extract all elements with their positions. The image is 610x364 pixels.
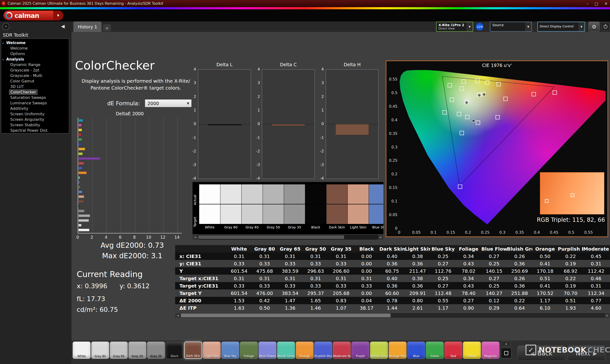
strip-collapse-button[interactable]: ∧ (502, 341, 511, 346)
tab-history-1[interactable]: History 1 (73, 21, 102, 32)
patch-button-gray-80[interactable]: Gray 80 (91, 342, 109, 359)
sidebar-section-welcome[interactable]: ▴Welcome (1, 40, 69, 46)
table-cell: 0.00 (354, 290, 379, 296)
patch-button-magenta[interactable]: Magenta (481, 342, 499, 359)
patch-button-black[interactable]: Black (166, 342, 183, 359)
sidebar-item-screen-uniformity[interactable]: Screen Uniformity (1, 111, 69, 117)
patch-button-blue[interactable]: Blue (407, 342, 425, 359)
patch-button-foliage[interactable]: Foliage (240, 342, 258, 359)
sidebar-item-label: ColorChecker (9, 90, 38, 95)
meter-dropdown-arrow[interactable]: ▼ (467, 22, 473, 31)
layout-toggle-button[interactable] (501, 348, 511, 358)
patch-button-moderate-red[interactable]: Moderate Red (333, 342, 351, 359)
patch-button-red[interactable]: Red (444, 342, 462, 359)
gridline (106, 117, 107, 233)
patch-button-dark-skin[interactable]: Dark Skin (184, 342, 202, 359)
sidebar-item-spectral-power-dist-[interactable]: Spectral Power Dist. (1, 128, 69, 133)
tick-label: 0.3 (387, 145, 397, 149)
patch-button-orange[interactable]: Orange (296, 342, 313, 359)
patch-button-gray-50[interactable]: Gray 50 (129, 342, 146, 359)
minimize-button[interactable]: – (586, 1, 588, 6)
tick-label: 10 (145, 235, 152, 240)
patch-label: Gray 65 (242, 225, 263, 229)
logo-menu-arrow[interactable]: ▼ (53, 11, 63, 21)
table-cell: 1.36 (277, 305, 303, 311)
sidebar-item-colorchecker[interactable]: ColorChecker (1, 89, 69, 95)
sidebar-item-grayscale-multi[interactable]: Grayscale - Multi (1, 73, 69, 78)
sidebar-item-grayscale-2pt[interactable]: Grayscale - 2pt (1, 67, 69, 73)
sidebar-item-label: Grayscale - 2pt (10, 68, 39, 72)
add-tab-button[interactable]: + (103, 24, 111, 31)
sidebar-item-screen-angularity[interactable]: Screen Angularity (1, 117, 69, 122)
sidebar-item-screen-stability[interactable]: Screen Stability (1, 122, 69, 128)
scroll-left-button[interactable]: ◄ (193, 235, 198, 240)
scroll-right-button[interactable]: ► (378, 235, 383, 240)
tab-history-label: History 1 (78, 24, 97, 29)
patch-button-blue-flower[interactable]: Blue Flower (259, 342, 276, 359)
meter-dropdown[interactable]: X-Rite i1Pro 2 Direct View ▼ (436, 22, 473, 32)
sidebar-item-3d-lut[interactable]: 3D LUT (1, 84, 69, 89)
scrollbar-thumb[interactable] (181, 313, 390, 317)
table-cell: 0.55 (430, 298, 456, 303)
patch-button-gray-35[interactable]: Gray 35 (147, 342, 165, 359)
sidebar-section-label: Welcome (6, 40, 26, 45)
settings-button[interactable]: ⚙ (589, 22, 599, 32)
rgb-triplet-text: RGB Triplet: 115, 82, 66 (526, 217, 610, 223)
sidebar-item-luminance-sweeps[interactable]: Luminance Sweeps (1, 100, 69, 106)
patch-button-purplish-blue[interactable]: Purplish Blue (314, 342, 332, 359)
patch-button-orange-yellow[interactable]: Orange Yellow (389, 342, 406, 359)
maximize-button[interactable]: □ (595, 1, 598, 6)
sidebar-item-dynamic-range[interactable]: Dynamic Range (1, 62, 69, 67)
tick-label: 0.45 (547, 230, 561, 235)
patch-button-purple[interactable]: Purple (351, 342, 369, 359)
source-dropdown[interactable]: Source ▼ (490, 22, 532, 32)
sidebar-section-analysis[interactable]: ▴Analysis (1, 56, 69, 62)
chart-title-delta-h: Delta H (326, 62, 379, 67)
tick-label: 0.3 (495, 230, 510, 235)
marker-square-icon (545, 199, 548, 203)
patch-button-yellow[interactable]: Yellow (463, 342, 481, 359)
display-control-arrow[interactable]: ▼ (578, 22, 584, 31)
display-control-dropdown[interactable]: Direct Display Control ▼ (537, 22, 585, 32)
marker-square-icon (571, 194, 574, 197)
next-button[interactable]: Next ▶ (568, 346, 605, 361)
patch-button-light-skin[interactable]: Light Skin (203, 342, 221, 359)
patch-strip-scrollbar[interactable]: ◄► (193, 235, 383, 240)
sidebar-item-options[interactable]: Options (1, 51, 69, 56)
cie-diagram-panel: CIE 1976 u'v' 0.550.50.450.40.350.30.250… (386, 60, 608, 237)
close-button[interactable]: ✕ (605, 1, 608, 6)
table-row-y: Y601.54475.68383.59296.63206.600.0060.75… (175, 267, 610, 275)
scrollbar-thumb[interactable] (198, 235, 344, 239)
table-cell: 0.04 (354, 298, 379, 303)
patch-button-yellow-green[interactable]: Yellow Green (370, 342, 388, 359)
table-cell: 78.40 (456, 290, 481, 296)
sidebar-item-additivity[interactable]: Additivity (1, 106, 69, 111)
scroll-left-button[interactable]: ◄ (175, 313, 180, 318)
tick-label: 14 (173, 235, 181, 240)
target-patch-dark-skin (326, 204, 347, 224)
sidebar-collapse-button[interactable]: ◀ (61, 23, 65, 29)
table-cell: 0.33 (252, 283, 277, 289)
table-cell: 170.52 (532, 290, 558, 296)
de-formula-select[interactable]: 2000 ▼ (145, 99, 192, 107)
column-header-purplish-blue: Purplish Blue (558, 246, 583, 252)
back-button[interactable]: ◀ Back (518, 346, 565, 361)
source-dropdown-arrow[interactable]: ▼ (525, 22, 531, 31)
deltae-bar-purplish-blue (78, 167, 82, 169)
patch-button-label: Bluish Green (277, 354, 295, 358)
patch-button-green[interactable]: Green (426, 342, 444, 359)
calman-logo-menu[interactable]: calman ▼ (3, 11, 63, 21)
table-scrollbar[interactable]: ◄► (175, 313, 610, 318)
sidebar-pin-button[interactable] (2, 23, 10, 30)
table-cell: 0.31 (303, 253, 328, 259)
power-button[interactable] (601, 23, 610, 31)
sidebar-item-welcome[interactable]: Welcome (1, 46, 69, 51)
column-header-bluish-green: Bluish Green (507, 246, 532, 252)
scroll-right-button[interactable]: ► (605, 313, 610, 318)
sidebar-item-saturation-sweeps[interactable]: Saturation Sweeps (1, 95, 69, 100)
patch-button-gray-65[interactable]: Gray 65 (110, 342, 128, 359)
patch-button-white[interactable]: White (73, 342, 91, 359)
patch-button-bluish-green[interactable]: Bluish Green (277, 342, 295, 359)
patch-button-blue-sky[interactable]: Blue Sky (221, 342, 239, 359)
sidebar-item-color-gamut[interactable]: Color Gamut (1, 78, 69, 84)
